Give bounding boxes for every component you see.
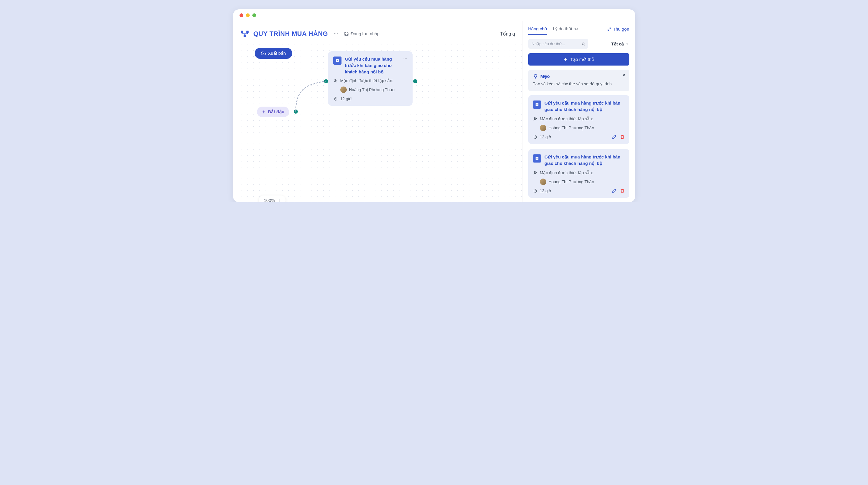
trash-icon [620,135,625,139]
page-header: QUY TRÌNH MUA HÀNG Đang lưu nháp Tổng q [233,21,522,42]
tip-box: Mẹo Tạo và kéo thả các thẻ vào sơ đồ quy… [528,70,629,91]
start-label: Bắt đầu [268,109,284,115]
card-more-button[interactable]: ⋯ [403,56,407,61]
pipeline-icon [240,29,249,38]
tip-body: Tạo và kéo thả các thẻ vào sơ đồ quy trì… [533,81,625,87]
card-type-icon [533,100,541,109]
workflow-canvas[interactable]: Xuất bản Bắt đầu Gửi yê [233,42,522,202]
node-card-in[interactable] [324,79,328,83]
svg-point-8 [335,79,336,81]
queue-assignee-row: Mặc định được thiết lập sẵn: [533,170,625,175]
assignee-label: Mặc định được thiết lập sẵn: [340,78,394,83]
zoom-sep: | [279,198,280,202]
svg-point-6 [263,111,264,112]
node-card-out[interactable] [413,79,417,83]
queue-duration-value: 12 giờ [540,189,551,193]
queue-assignee-value: Hoàng Thị Phương Thảo [533,125,625,131]
person-add-icon [533,170,537,175]
sidebar-tabs-row: Hàng chờ Lý do thất bại Thu gọn [528,26,629,35]
queue-assignee-label: Mặc định được thiết lập sẵn: [540,170,593,175]
duration-value: 12 giờ [340,96,352,101]
svg-point-15 [534,171,535,172]
publish-button[interactable]: Xuất bản [255,48,292,59]
queue-card-title: Gửi yêu cầu mua hàng trước khi bàn giao … [545,100,625,113]
svg-point-4 [336,33,337,34]
collapse-icon [607,27,611,31]
more-button[interactable] [332,30,340,38]
person-add-icon [333,78,338,83]
tip-close-button[interactable] [622,72,626,79]
window-min-dot[interactable] [246,13,250,17]
pencil-icon [612,135,617,139]
search-icon [581,42,585,46]
tab-queue[interactable]: Hàng chờ [528,26,547,35]
svg-rect-2 [244,35,246,37]
card-title: Gửi yêu cầu mua hàng trước khi bàn giao … [345,56,400,75]
delete-button[interactable] [620,135,625,139]
svg-point-5 [337,33,338,34]
plus-icon [563,57,568,62]
queue-card[interactable]: Gửi yêu cầu mua hàng trước khi bàn giao … [528,95,629,144]
queue-assignee-name: Hoàng Thị Phương Thảo [549,180,594,184]
avatar [540,125,546,131]
svg-point-12 [534,118,535,119]
start-chip[interactable]: Bắt đầu [257,107,289,117]
workflow-card[interactable]: Gửi yêu cầu mua hàng trước khi bàn giao … [328,51,412,106]
edit-button[interactable] [612,135,617,139]
chevron-down-icon [625,42,629,46]
page-title: QUY TRÌNH MUA HÀNG [253,30,328,38]
queue-assignee-value: Hoàng Thị Phương Thảo [533,179,625,185]
queue-duration-value: 12 giờ [540,135,551,139]
card-duration-row: 12 giờ [333,96,407,101]
queue-card[interactable]: Gửi yêu cầu mua hàng trước khi bàn giao … [528,149,629,198]
filter-dropdown[interactable]: Tất cả [611,42,629,46]
card-assignee-row: Mặc định được thiết lập sẵn: [333,78,407,83]
svg-point-10 [582,42,584,44]
svg-rect-1 [246,31,249,33]
create-card-button[interactable]: Tạo mới thẻ [528,53,629,66]
node-start-out[interactable] [294,109,298,114]
edit-button[interactable] [612,189,617,193]
zoom-control[interactable]: 100% | [259,195,285,202]
publish-label: Xuất bản [268,51,286,56]
stopwatch-icon [533,135,537,139]
main-area: QUY TRÌNH MUA HÀNG Đang lưu nháp Tổng q … [233,21,522,202]
save-icon [344,31,349,36]
app-body: QUY TRÌNH MUA HÀNG Đang lưu nháp Tổng q … [233,21,635,202]
queue-duration-row: 12 giờ [533,189,551,193]
collapse-button[interactable]: Thu gọn [607,27,629,35]
card-type-icon [333,57,341,65]
queue-card-title: Gửi yêu cầu mua hàng trước khi bàn giao … [545,154,625,167]
connector-path [294,77,329,115]
tab-fail-reasons[interactable]: Lý do thất bại [553,26,579,35]
dots-icon [334,31,338,36]
svg-point-3 [334,33,335,34]
delete-button[interactable] [620,189,625,193]
create-label: Tạo mới thẻ [570,57,594,62]
save-status: Đang lưu nháp [344,31,379,36]
filter-label: Tất cả [611,42,624,46]
titlebar [233,9,635,21]
avatar [340,87,347,93]
zoom-value: 100% [264,198,275,202]
queue-assignee-label: Mặc định được thiết lập sẵn: [540,117,593,121]
card-type-icon [533,154,541,163]
rocket-icon [262,110,266,114]
window-max-dot[interactable] [252,13,256,17]
queue-assignee-row: Mặc định được thiết lập sẵn: [533,117,625,121]
card-assignee-value: Hoàng Thị Phương Thảo [333,87,407,93]
task-icon [535,102,539,107]
task-icon [535,156,539,161]
search-input[interactable] [528,39,588,48]
queue-assignee-name: Hoàng Thị Phương Thảo [549,126,594,130]
window-close-dot[interactable] [240,13,243,17]
stopwatch-icon [333,96,338,101]
collapse-label: Thu gọn [613,27,629,32]
close-icon [622,73,626,77]
queue-duration-row: 12 giờ [533,135,551,139]
trash-icon [620,189,625,193]
task-icon [335,59,339,63]
lightbulb-icon [533,74,538,79]
tip-title: Mẹo [540,74,550,79]
avatar [540,179,546,185]
